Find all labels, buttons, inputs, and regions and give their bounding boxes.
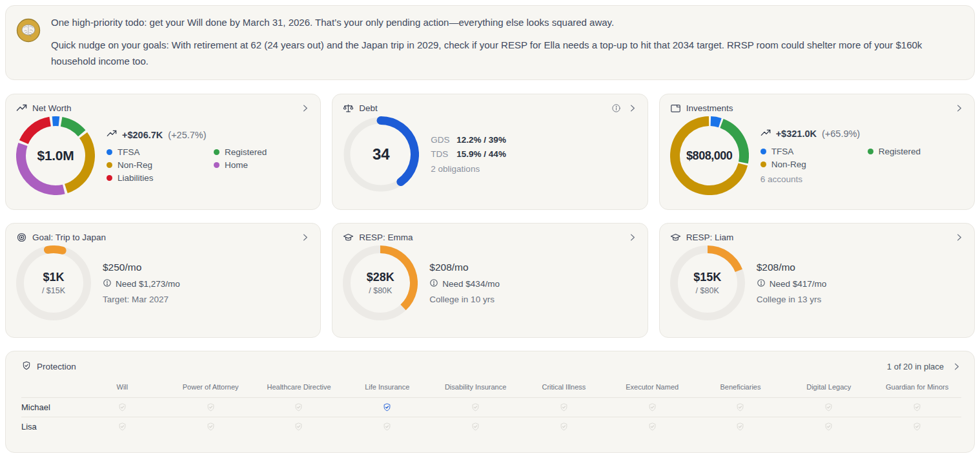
resp-liam-title: RESP: Liam [686,233,734,242]
shield-cell[interactable] [167,421,255,432]
shield-cell[interactable] [78,402,167,413]
net-worth-donut: $1.0M [16,116,95,195]
advisor-banner: One high-priority todo: get your Will do… [5,5,975,80]
chevron-right-icon[interactable] [628,103,637,113]
column-header: Disability Insurance [431,383,520,397]
shield-cell[interactable] [255,402,343,413]
legend-item: Non-Reg [761,160,863,169]
graduation-cap-icon [670,232,681,243]
shield-cell[interactable] [343,402,431,413]
resp-emma-contribution: $208/mo [429,262,500,273]
net-worth-card[interactable]: Net Worth $1.0M +$206.7K (+25.7%) TFSA R… [5,94,321,210]
legend-label: Non-Reg [771,160,806,169]
legend-dot [107,162,112,168]
shield-cell[interactable] [784,421,873,432]
person-name: Lisa [21,422,78,432]
legend-dot [214,162,219,168]
graduation-cap-icon [343,232,354,243]
resp-emma-card[interactable]: RESP: Emma $28K / $80K $208/mo Need $434… [332,223,648,338]
resp-emma-progress-ring: $28K / $80K [343,245,418,320]
shield-cell[interactable] [431,402,520,413]
investments-delta-pct: (+65.9%) [822,129,860,139]
shield-cell[interactable] [78,421,167,432]
shield-cell[interactable] [343,421,431,432]
legend-item: Registered [868,147,921,156]
scales-icon [343,103,354,114]
resp-liam-progress-ring: $15K / $80K [670,245,745,320]
chevron-right-icon[interactable] [952,362,961,371]
resp-emma-college-note: College in 10 yrs [429,295,500,304]
resp-liam-target-amount: / $80K [696,286,719,295]
debt-card[interactable]: Debt 34 GDS 12.2% / 39% TDS [332,94,648,210]
investments-delta: +$321.0K [776,129,817,139]
goal-japan-saved: $1K [43,271,64,284]
brain-icon [16,18,41,45]
legend-label: Registered [879,147,921,156]
column-header: Executor Named [608,383,697,397]
shield-cell[interactable] [255,421,343,432]
legend-dot [761,161,766,167]
shield-cell[interactable] [520,402,608,413]
legend-dot [761,149,766,154]
protection-card[interactable]: Protection 1 of 20 in place Will Power o… [5,351,975,453]
protection-row-lisa: Lisa [21,417,961,436]
shield-cell[interactable] [697,402,785,413]
chevron-right-icon[interactable] [954,103,964,113]
protection-header-row: Will Power of Attorney Healthcare Direct… [21,383,961,397]
legend-dot [214,149,219,155]
column-header: Beneficiaries [697,383,785,397]
target-icon [16,232,27,243]
shield-cell[interactable] [520,421,608,432]
chevron-right-icon[interactable] [300,233,310,242]
legend-item: Home [214,160,267,170]
resp-emma-need: Need $434/mo [442,279,500,289]
protection-table: Will Power of Attorney Healthcare Direct… [21,383,961,436]
shield-cell[interactable] [697,421,785,432]
legend-label: Non-Reg [117,160,152,170]
resp-liam-card[interactable]: RESP: Liam $15K / $80K $208/mo Need $417… [659,223,975,338]
shield-cell[interactable] [608,402,697,413]
column-header: Life Insurance [343,383,431,397]
goal-japan-need: Need $1,273/mo [116,279,180,289]
resp-liam-college-note: College in 13 yrs [757,295,827,304]
chevron-right-icon[interactable] [300,103,310,113]
legend-label: TFSA [771,147,794,156]
goal-japan-title: Goal: Trip to Japan [32,233,106,242]
metric-value: 12.2% / 39% [456,135,506,145]
chevron-right-icon[interactable] [954,233,964,242]
debt-gauge: 34 [343,116,419,193]
legend-item: TFSA [107,147,209,157]
shield-cell[interactable] [873,402,961,413]
column-header: Power of Attorney [167,383,255,397]
column-header: Digital Legacy [784,383,873,397]
goal-japan-card[interactable]: Goal: Trip to Japan $1K / $15K $250/mo N… [5,223,321,338]
info-circle-icon[interactable] [611,103,621,113]
resp-liam-saved: $15K [693,271,721,284]
column-header: Guardian for Minors [873,383,961,397]
legend-item: Registered [214,147,267,157]
shield-cell[interactable] [784,402,873,413]
shield-cell[interactable] [608,421,697,432]
goal-japan-target-amount: / $15K [42,286,65,295]
debt-title: Debt [359,103,378,113]
shield-cell[interactable] [873,421,961,432]
goal-japan-progress-ring: $1K / $15K [16,245,91,320]
advisor-paragraph-2: Quick nudge on your goals: With retireme… [51,37,961,69]
resp-liam-need: Need $417/mo [770,279,827,289]
chevron-right-icon[interactable] [628,233,637,242]
legend-dot [868,149,873,154]
net-worth-delta: +$206.7K [122,130,163,140]
dashboard-page: One high-priority todo: get your Will do… [0,0,980,458]
shield-cell[interactable] [167,402,255,413]
trending-up-icon [107,129,117,141]
shield-cell[interactable] [431,421,520,432]
investments-card[interactable]: Investments $808,000 +$321.0K (+65.9%) T… [659,94,975,210]
goal-japan-contribution: $250/mo [103,262,180,273]
net-worth-total: $1.0M [37,148,74,163]
legend-label: Home [225,160,248,170]
legend-label: TFSA [117,147,140,157]
alert-circle-icon [757,278,766,289]
legend-item: Non-Reg [107,160,209,170]
protection-title: Protection [37,362,76,371]
net-worth-delta-pct: (+25.7%) [168,130,206,140]
